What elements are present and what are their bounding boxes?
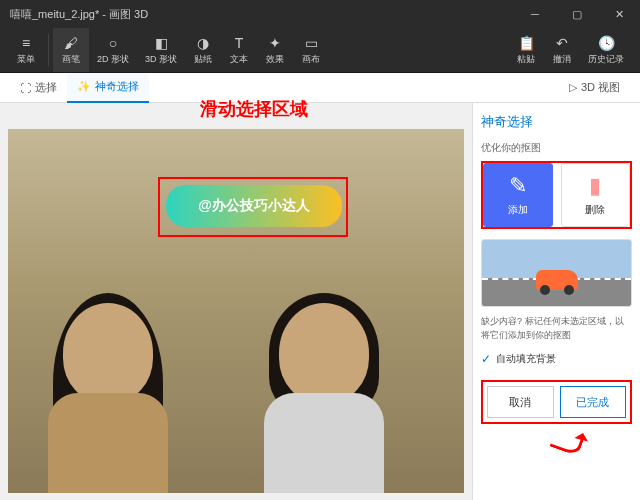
separator <box>48 34 49 66</box>
canvas-label: 画布 <box>302 53 320 66</box>
cancel-label: 取消 <box>509 395 531 410</box>
minimize-button[interactable]: ─ <box>514 0 556 28</box>
window-title: 嘻嘻_meitu_2.jpg* - 画图 3D <box>10 7 514 22</box>
autofill-checkbox[interactable]: ✓ 自动填充背景 <box>481 352 632 366</box>
image-canvas[interactable]: @办公技巧小达人 <box>8 129 464 493</box>
view3d-label: 3D 视图 <box>581 80 620 95</box>
canvas-icon: ▭ <box>305 35 318 51</box>
done-label: 已完成 <box>576 395 609 410</box>
done-button[interactable]: 已完成 <box>560 386 627 418</box>
brush-label: 画笔 <box>62 53 80 66</box>
wand-icon: ✨ <box>77 80 91 93</box>
cube-icon: ◧ <box>155 35 168 51</box>
history-button[interactable]: 🕓 历史记录 <box>580 28 632 72</box>
panel-subtitle: 优化你的抠图 <box>481 141 632 155</box>
add-label: 添加 <box>508 203 528 217</box>
sticker-icon: ◑ <box>197 35 209 51</box>
action-buttons: 取消 已完成 <box>481 380 632 424</box>
effect-label: 效果 <box>266 53 284 66</box>
brush-icon: 🖌 <box>64 35 78 51</box>
remove-label: 删除 <box>585 203 605 217</box>
clipboard-icon: 📋 <box>518 35 535 51</box>
select-label: 选择 <box>35 80 57 95</box>
sticker-label: 贴纸 <box>194 53 212 66</box>
history-icon: 🕓 <box>598 35 615 51</box>
titlebar: 嘻嘻_meitu_2.jpg* - 画图 3D ─ ▢ ✕ <box>0 0 640 28</box>
help-text: 缺少内容? 标记任何未选定区域，以将它们添加到你的抠图 <box>481 315 632 342</box>
watermark-badge: @办公技巧小达人 <box>166 185 342 227</box>
canvas-button[interactable]: ▭ 画布 <box>293 28 329 72</box>
play-icon: ▷ <box>569 81 577 94</box>
checkmark-icon: ✓ <box>481 352 491 366</box>
effects-button[interactable]: ✦ 效果 <box>257 28 293 72</box>
hamburger-icon: ≡ <box>22 35 30 51</box>
undo-label: 撤消 <box>553 53 571 66</box>
undo-button[interactable]: ↶ 撤消 <box>544 28 580 72</box>
photo-subject <box>244 293 404 493</box>
paste-label: 粘贴 <box>517 53 535 66</box>
undo-icon: ↶ <box>556 35 568 51</box>
side-panel: 神奇选择 优化你的抠图 ✎ 添加 ▮ 删除 缺少内容? 标记任何未选定区域，以将… <box>472 103 640 500</box>
pencil-icon: ✎ <box>509 173 527 199</box>
view-3d-toggle[interactable]: ▷ 3D 视图 <box>559 73 630 103</box>
maximize-button[interactable]: ▢ <box>556 0 598 28</box>
shapes-3d-button[interactable]: ◧ 3D 形状 <box>137 28 185 72</box>
paste-button[interactable]: 📋 粘贴 <box>508 28 544 72</box>
panel-title: 神奇选择 <box>481 113 632 131</box>
circle-icon: ○ <box>109 35 117 51</box>
content-area: 滑动选择区域 @办公技巧小达人 神奇选择 <box>0 103 640 500</box>
autofill-label: 自动填充背景 <box>496 352 556 366</box>
remove-tool-card[interactable]: ▮ 删除 <box>561 163 631 227</box>
eraser-icon: ▮ <box>589 173 601 199</box>
brush-button[interactable]: 🖌 画笔 <box>53 28 89 72</box>
text-icon: T <box>235 35 244 51</box>
text-label: 文本 <box>230 53 248 66</box>
close-button[interactable]: ✕ <box>598 0 640 28</box>
window-controls: ─ ▢ ✕ <box>514 0 640 28</box>
photo-subject <box>28 293 188 493</box>
shape2d-label: 2D 形状 <box>97 53 129 66</box>
watermark-text: @办公技巧小达人 <box>198 197 310 215</box>
sub-toolbar: ⛶ 选择 ✨ 神奇选择 ▷ 3D 视图 <box>0 73 640 103</box>
preview-illustration <box>481 239 632 307</box>
annotation-overlay: 滑动选择区域 <box>200 97 308 121</box>
shape3d-label: 3D 形状 <box>145 53 177 66</box>
ribbon-toolbar: ≡ 菜单 🖌 画笔 ○ 2D 形状 ◧ 3D 形状 ◑ 贴纸 T 文本 ✦ 效果 <box>0 28 640 73</box>
effects-icon: ✦ <box>269 35 281 51</box>
tool-selector: ✎ 添加 ▮ 删除 <box>481 161 632 229</box>
canvas-area: 滑动选择区域 @办公技巧小达人 <box>0 103 472 500</box>
history-label: 历史记录 <box>588 53 624 66</box>
select-tool[interactable]: ⛶ 选择 <box>10 73 67 103</box>
add-tool-card[interactable]: ✎ 添加 <box>483 163 553 227</box>
magic-select-tool[interactable]: ✨ 神奇选择 <box>67 73 149 103</box>
text-button[interactable]: T 文本 <box>221 28 257 72</box>
car-icon <box>536 270 578 290</box>
app-window: 嘻嘻_meitu_2.jpg* - 画图 3D ─ ▢ ✕ ≡ 菜单 🖌 画笔 … <box>0 0 640 500</box>
annotation-arrow-icon <box>481 428 632 458</box>
menu-button[interactable]: ≡ 菜单 <box>8 28 44 72</box>
menu-label: 菜单 <box>17 53 35 66</box>
shapes-2d-button[interactable]: ○ 2D 形状 <box>89 28 137 72</box>
stickers-button[interactable]: ◑ 贴纸 <box>185 28 221 72</box>
magic-label: 神奇选择 <box>95 79 139 94</box>
cancel-button[interactable]: 取消 <box>487 386 554 418</box>
crop-icon: ⛶ <box>20 82 31 94</box>
